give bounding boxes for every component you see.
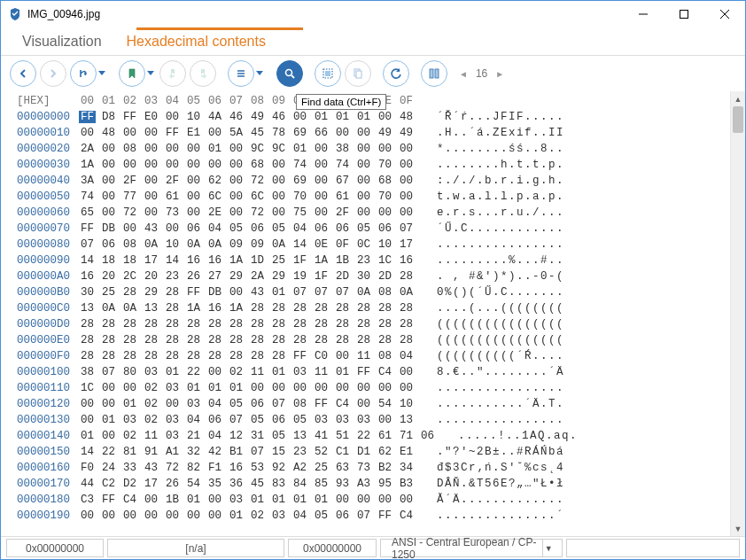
hex-row[interactable]: 0000001000480000FFE1005A4578696600004949… xyxy=(17,125,730,141)
ascii-cell[interactable]: . xyxy=(477,189,485,205)
ascii-cell[interactable]: . xyxy=(485,253,493,268)
ascii-cell[interactable]: ( xyxy=(477,348,485,364)
ascii-cell[interactable]: Ł xyxy=(540,476,548,492)
bookmark-button[interactable] xyxy=(119,60,145,87)
hex-cell[interactable]: 16 xyxy=(81,268,102,284)
hex-cell[interactable]: 17 xyxy=(144,253,166,268)
hex-cell[interactable]: FF xyxy=(81,109,102,125)
ascii-cell[interactable]: . xyxy=(493,205,501,221)
ascii-cell[interactable]: . xyxy=(437,157,445,173)
hex-cell[interactable]: 28 xyxy=(187,348,208,364)
hex-cell[interactable]: 00 xyxy=(208,508,229,524)
ascii-cell[interactable]: . xyxy=(525,205,532,221)
copy-button[interactable] xyxy=(345,60,371,87)
hex-cell[interactable]: 10 xyxy=(378,237,400,253)
hex-cell[interactable]: 07 xyxy=(251,444,272,460)
hex-cell[interactable]: 01 xyxy=(229,508,251,524)
hex-cell[interactable]: 00 xyxy=(123,380,144,396)
ascii-cell[interactable]: t xyxy=(532,157,540,173)
ascii-cell[interactable]: . xyxy=(514,428,522,444)
hex-cell[interactable]: 00 xyxy=(187,189,208,205)
hex-cell[interactable]: 01 xyxy=(251,492,272,508)
hex-cell[interactable]: 28 xyxy=(102,348,123,364)
hex-cell[interactable]: 25 xyxy=(102,284,123,300)
ascii-cell[interactable]: . xyxy=(556,157,564,173)
ascii-cell[interactable]: s xyxy=(469,205,477,221)
hex-cell[interactable]: 28 xyxy=(251,300,272,316)
ascii-cell[interactable]: ( xyxy=(469,348,477,364)
ascii-cell[interactable]: ś xyxy=(517,141,525,157)
ascii-cell[interactable]: ( xyxy=(501,332,509,348)
ascii-cell[interactable]: " xyxy=(477,364,485,380)
hex-cell[interactable]: 28 xyxy=(81,332,102,348)
hex-cell[interactable]: D1 xyxy=(357,444,378,460)
hex-cell[interactable]: 00 xyxy=(272,380,293,396)
hex-cell[interactable]: E1 xyxy=(400,444,421,460)
ascii-cell[interactable]: . xyxy=(517,221,525,237)
ascii-cell[interactable]: ( xyxy=(556,300,564,316)
hex-cell[interactable]: 2A xyxy=(251,268,272,284)
ascii-cell[interactable]: . xyxy=(437,125,445,141)
hex-row[interactable]: 000001200000010200030405060708FFC4005410… xyxy=(17,396,730,412)
hex-cell[interactable]: 00 xyxy=(229,205,251,221)
hex-cell[interactable]: 28 xyxy=(357,316,378,332)
hex-cell[interactable]: 16 xyxy=(400,253,421,268)
hex-cell[interactable]: 28 xyxy=(378,316,400,332)
ascii-cell[interactable]: . xyxy=(509,221,517,237)
ascii-cell[interactable]: . xyxy=(501,380,509,396)
hex-cell[interactable]: 62 xyxy=(208,173,229,189)
ascii-cell[interactable]: . xyxy=(517,412,525,428)
ascii-cell[interactable]: ( xyxy=(461,332,469,348)
ascii-cell[interactable]: . xyxy=(485,205,493,221)
ascii-cell[interactable]: ( xyxy=(525,332,532,348)
ascii-cell[interactable]: . xyxy=(477,237,485,253)
hex-cell[interactable]: 00 xyxy=(251,380,272,396)
hex-cell[interactable]: 09 xyxy=(229,237,251,253)
ascii-cell[interactable]: • xyxy=(548,476,556,492)
ascii-cell[interactable]: . xyxy=(532,508,540,524)
back-button[interactable] xyxy=(10,60,36,87)
hex-cell[interactable]: 0E xyxy=(315,237,336,253)
ascii-cell[interactable]: . xyxy=(517,380,525,396)
hex-cell[interactable]: 41 xyxy=(315,428,336,444)
ascii-cell[interactable]: $ xyxy=(445,460,453,476)
hex-cell[interactable]: 74 xyxy=(293,157,315,173)
hex-cell[interactable]: 00 xyxy=(357,157,378,173)
ascii-cell[interactable]: . xyxy=(485,364,493,380)
hex-cell[interactable]: 2F xyxy=(336,205,357,221)
hex-cell[interactable]: 28 xyxy=(293,300,315,316)
hex-cell[interactable]: 00 xyxy=(229,141,251,157)
hex-cell[interactable]: A3 xyxy=(357,476,378,492)
ascii-cell[interactable]: ( xyxy=(509,348,517,364)
hex-cell[interactable]: 1A xyxy=(229,253,251,268)
hex-cell[interactable]: 1A xyxy=(81,157,102,173)
ascii-cell[interactable]: . xyxy=(469,412,477,428)
ascii-cell[interactable]: ( xyxy=(540,316,548,332)
hex-cell[interactable]: 00 xyxy=(208,125,229,141)
ascii-cell[interactable]: F xyxy=(517,109,525,125)
hex-cell[interactable]: 28 xyxy=(315,316,336,332)
ascii-cell[interactable]: . xyxy=(501,444,509,460)
ascii-cell[interactable]: . xyxy=(525,221,532,237)
ascii-cell[interactable]: ( xyxy=(525,316,532,332)
ascii-cell[interactable]: . xyxy=(546,428,554,444)
hex-cell[interactable]: 01 xyxy=(123,396,144,412)
hex-row[interactable]: 000001900000000000000001020304050607FFC4… xyxy=(17,508,730,524)
ascii-cell[interactable]: . xyxy=(556,109,564,125)
hex-cell[interactable]: 0A xyxy=(208,237,229,253)
hex-cell[interactable]: 00 xyxy=(315,173,336,189)
hex-cell[interactable]: 05 xyxy=(229,396,251,412)
hex-cell[interactable]: 00 xyxy=(229,157,251,173)
ascii-cell[interactable]: . xyxy=(517,396,525,412)
ascii-cell[interactable]: . xyxy=(517,237,525,253)
hex-cell[interactable]: 14 xyxy=(81,444,102,460)
hex-cell[interactable]: 49 xyxy=(378,125,400,141)
hex-cell[interactable]: 28 xyxy=(187,332,208,348)
ascii-cell[interactable]: p xyxy=(548,189,556,205)
ascii-cell[interactable]: . xyxy=(540,508,548,524)
ascii-cell[interactable]: . xyxy=(493,141,501,157)
hex-cell[interactable]: 01 xyxy=(187,492,208,508)
ascii-cell[interactable]: ! xyxy=(498,428,506,444)
ascii-cell[interactable]: . xyxy=(461,189,469,205)
ascii-cell[interactable]: . xyxy=(525,141,532,157)
